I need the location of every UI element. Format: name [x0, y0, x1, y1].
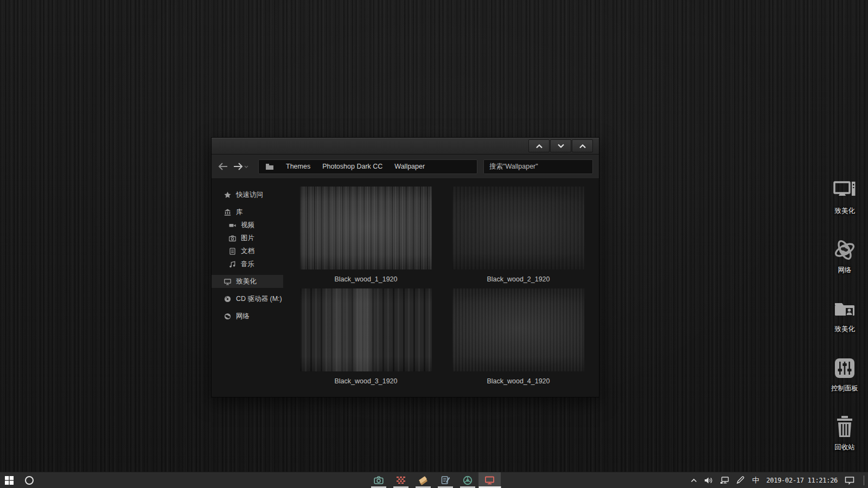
- taskbar-app-bricks[interactable]: [390, 472, 412, 488]
- sidebar-item-videos[interactable]: 视频: [212, 219, 283, 232]
- desktop-icon-network[interactable]: 网络: [832, 237, 858, 275]
- file-thumbnail: [452, 288, 584, 371]
- taskbar-app-notepad[interactable]: [434, 472, 456, 488]
- cd-disc-icon: [224, 296, 231, 303]
- sidebar-item-documents[interactable]: 文档: [212, 245, 283, 258]
- volume-button[interactable]: [704, 477, 713, 484]
- sidebar-item-label: 网络: [236, 312, 250, 321]
- music-note-icon: [228, 261, 236, 268]
- sidebar-item-network[interactable]: 网络: [212, 310, 283, 323]
- sidebar-item-libraries[interactable]: 库: [212, 206, 283, 219]
- document-icon: [228, 248, 236, 255]
- taskbar: 中 2019-02-17 11:21:26: [0, 472, 868, 488]
- hidden-icons-button[interactable]: [691, 478, 697, 483]
- breadcrumb-themes[interactable]: Themes: [286, 163, 310, 170]
- explorer-window: Themes Photoshop Dark CC Wallpaper 搜索"Wa…: [211, 137, 599, 397]
- sidebar-item-music[interactable]: 音乐: [212, 258, 283, 271]
- file-item-black-wood-1[interactable]: Black_wood_1_1920: [300, 187, 432, 288]
- user-folder-icon: [832, 296, 858, 322]
- show-desktop-button[interactable]: [864, 476, 864, 485]
- window-close-button[interactable]: [572, 139, 593, 152]
- chevron-up-icon: [535, 144, 543, 149]
- sidebar-item-cd-drive[interactable]: CD 驱动器 (M:): [212, 292, 283, 305]
- window-maximize-button[interactable]: [550, 139, 571, 152]
- file-item-black-wood-3[interactable]: Black_wood_3_1920: [300, 288, 432, 390]
- sidebar-item-label: 库: [236, 208, 243, 217]
- explorer-toolbar: Themes Photoshop Dark CC Wallpaper 搜索"Wa…: [212, 155, 599, 179]
- start-button[interactable]: [5, 476, 14, 485]
- sidebar-item-label: 图片: [241, 234, 254, 243]
- folder-icon: [265, 163, 274, 170]
- sidebar-item-this-pc[interactable]: 致美化: [212, 275, 283, 288]
- desktop-icon-label: 网络: [838, 266, 852, 275]
- explorer-body: 快速访问 库 视频 图片 文档 音乐: [212, 179, 599, 397]
- explorer-sidebar: 快速访问 库 视频 图片 文档 音乐: [212, 179, 293, 397]
- windows-logo-icon: [5, 476, 14, 485]
- sidebar-gap: [212, 305, 293, 310]
- desktop-icon-this-pc[interactable]: 致美化: [832, 178, 858, 216]
- this-pc-icon: [832, 178, 858, 204]
- desktop-icon-user-folder[interactable]: 致美化: [832, 296, 858, 334]
- breadcrumb-wallpaper[interactable]: Wallpaper: [394, 163, 425, 170]
- ethernet-icon: [720, 477, 729, 484]
- library-icon: [224, 209, 231, 216]
- file-name: Black_wood_2_1920: [452, 269, 584, 288]
- forward-button[interactable]: [233, 163, 243, 170]
- desktop-icon-label: 回收站: [834, 443, 855, 452]
- address-bar[interactable]: Themes Photoshop Dark CC Wallpaper: [258, 159, 477, 174]
- file-thumbnail: [300, 288, 432, 371]
- back-button[interactable]: [218, 163, 228, 170]
- camera-app-icon: [374, 476, 384, 485]
- file-list: Black_wood_1_1920 Black_wood_2_1920 Blac…: [293, 179, 599, 397]
- window-controls: [528, 139, 593, 152]
- bricks-app-icon: [396, 476, 406, 485]
- taskbar-app-book[interactable]: [412, 472, 434, 488]
- action-center-button[interactable]: [845, 476, 854, 485]
- window-titlebar[interactable]: [212, 138, 599, 155]
- taskbar-clock[interactable]: 2019-02-17 11:21:26: [766, 477, 838, 484]
- ime-indicator[interactable]: 中: [752, 476, 759, 485]
- chevron-down-icon: [557, 144, 565, 149]
- file-name: Black_wood_4_1920: [452, 371, 584, 390]
- network-status-button[interactable]: [720, 477, 729, 484]
- taskbar-app-camera[interactable]: [367, 472, 390, 488]
- taskbar-app-chrome[interactable]: [456, 472, 478, 488]
- desktop-icon-label: 致美化: [834, 207, 855, 216]
- file-item-black-wood-4[interactable]: Black_wood_4_1920: [452, 288, 584, 390]
- notepad-app-icon: [441, 476, 450, 485]
- desktop-icon-control-panel[interactable]: 控制面板: [831, 355, 858, 393]
- chevron-up-icon: [579, 144, 586, 149]
- sidebar-item-label: 文档: [241, 247, 254, 256]
- camera-icon: [228, 235, 236, 242]
- taskbar-app-explorer-active[interactable]: [478, 472, 501, 488]
- search-box[interactable]: 搜索"Wallpaper": [483, 159, 593, 174]
- sidebar-item-label: 致美化: [236, 277, 257, 286]
- file-item-black-wood-2[interactable]: Black_wood_2_1920: [452, 187, 584, 288]
- sidebar-item-pictures[interactable]: 图片: [212, 232, 283, 245]
- sidebar-item-label: CD 驱动器 (M:): [236, 294, 282, 304]
- chrome-app-icon: [463, 476, 473, 485]
- desktop-icon-list: 致美化 网络 致美化: [816, 178, 868, 452]
- file-name: Black_wood_1_1920: [300, 269, 432, 288]
- sidebar-item-quick-access[interactable]: 快速访问: [212, 188, 283, 201]
- explorer-app-icon: [484, 476, 495, 485]
- file-thumbnail: [452, 187, 584, 269]
- desktop-icon-label: 控制面板: [831, 384, 858, 393]
- pen-icon: [736, 476, 745, 484]
- sidebar-gap: [212, 271, 293, 275]
- chevron-up-icon: [691, 478, 697, 483]
- sidebar-gap: [212, 201, 293, 206]
- book-app-icon: [418, 476, 428, 485]
- arrow-right-icon: [233, 163, 243, 170]
- history-dropdown-button[interactable]: [244, 165, 248, 168]
- breadcrumb-photoshop-dark-cc[interactable]: Photoshop Dark CC: [322, 163, 382, 170]
- system-tray: 中 2019-02-17 11:21:26: [691, 472, 868, 488]
- window-minimize-button[interactable]: [528, 139, 550, 152]
- windows-ink-button[interactable]: [736, 476, 745, 484]
- chevron-down-icon: [244, 165, 248, 168]
- video-camera-icon: [228, 222, 236, 229]
- sidebar-item-label: 快速访问: [236, 190, 263, 200]
- cortana-button[interactable]: [24, 476, 34, 485]
- recycle-bin-icon: [832, 414, 858, 440]
- desktop-icon-recycle-bin[interactable]: 回收站: [832, 414, 858, 452]
